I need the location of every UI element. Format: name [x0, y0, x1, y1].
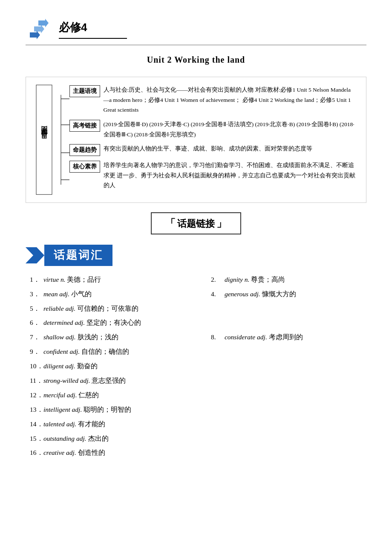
vocab-meaning-13: 有才能的: [78, 420, 105, 428]
vocab-item-3: 4. generous adj. 慷慨大方的: [211, 288, 366, 300]
vocab-num-8: 9．: [30, 346, 42, 358]
list-item: 6． determined adj. 坚定的；有决心的: [30, 317, 366, 329]
mm-content-2: 有突出贡献的人物的生平、事迹、成就、影响、成功的因素、面对荣誉的态度等: [104, 144, 356, 154]
vocab-word-7: considerate: [225, 333, 255, 341]
vocab-arrow-icon: [26, 247, 44, 263]
vocab-num-10: 11．: [30, 375, 42, 387]
mm-content-2-line0: 有突出贡献的人物的生平、事迹、成就、影响、成功的因素、面对荣誉的态度等: [104, 145, 312, 152]
mm-label-3: 核心素养: [69, 161, 100, 173]
vocab-meaning-6: 肤浅的；浅的: [78, 333, 118, 341]
vocab-pos-4: adj.: [65, 305, 75, 312]
vocab-num-4: 5．: [30, 303, 42, 315]
vocab-meaning-12: 聪明的；明智的: [84, 406, 131, 413]
vocab-meaning-3: 慷慨大方的: [262, 290, 296, 298]
vocab-item-1: 2. dignity n. 尊贵；高尚: [211, 274, 366, 286]
mm-label-2: 命题趋势: [69, 144, 100, 156]
vocab-meaning-4: 可信赖的；可依靠的: [77, 305, 138, 312]
vocab-meaning-5: 坚定的；有决心的: [86, 319, 141, 326]
vocab-pos-3: adj.: [250, 290, 260, 298]
mm-content-0: 人与社会:历史、社会与文化——对社会有突出贡献的人物 对应教材:必修1 Unit…: [104, 85, 356, 115]
vocab-num-13: 14．: [30, 418, 42, 430]
vocab-pos-13: adj.: [66, 420, 77, 428]
vocab-pos-5: adj.: [75, 319, 85, 326]
vocab-meaning-0: 美德；品行: [67, 276, 101, 283]
vocab-item-7: 8. considerate adj. 考虑周到的: [211, 331, 366, 343]
vocab-word-14: outstanding: [43, 435, 75, 442]
list-item: 15． outstanding adj. 杰出的: [30, 433, 366, 445]
vocab-item-0: 1． virtue n. 美德；品行: [30, 274, 185, 286]
list-item: 11． strong-willed adj. 意志坚强的: [30, 375, 366, 387]
list-item: 16． creative adj. 创造性的: [30, 447, 366, 459]
vocab-num-15: 16．: [30, 447, 42, 459]
mm-label-1: 高考链接: [69, 120, 100, 132]
mm-entry-0: 主题语境 人与社会:历史、社会与文化——对社会有突出贡献的人物 对应教材:必修1…: [69, 85, 356, 115]
vocab-word-2: mean: [43, 290, 58, 298]
mm-entry-1: 高考链接 (2019·全国卷Ⅲ·D) (2019·天津卷·C) (2019·全国…: [69, 119, 356, 139]
vocab-num-14: 15．: [30, 433, 42, 445]
svg-marker-1: [34, 25, 44, 33]
header-divider: [26, 45, 366, 45]
vocab-word-12: intelligent: [43, 406, 70, 413]
mm-content-3: 培养学生向著名人物学习的意识，学习他们勤奋学习、不怕困难、在成绩面前永不满足、不…: [104, 160, 356, 191]
vocab-num-9: 10．: [30, 360, 42, 372]
vocab-num-1: 2.: [211, 274, 223, 286]
vocab-num-3: 4.: [211, 288, 223, 300]
vocab-word-1: dignity: [225, 276, 243, 283]
vocab-word-9: diligent: [43, 362, 63, 370]
vocab-pos-8: adj.: [69, 348, 80, 355]
vocab-word-15: creative: [43, 449, 64, 456]
list-item: 5． reliable adj. 可信赖的；可依靠的: [30, 303, 366, 315]
vocab-word-5: determined: [43, 319, 73, 326]
mind-map-connector-svg: [52, 85, 69, 195]
list-item: 3． mean adj. 小气的 4. generous adj. 慷慨大方的: [30, 288, 366, 300]
vocab-word-6: shallow: [43, 333, 64, 341]
mm-content-1: (2019·全国卷Ⅲ·D) (2019·天津卷·C) (2019·全国卷Ⅱ·语法…: [104, 119, 356, 139]
vocab-pos-9: adj.: [65, 362, 75, 370]
vocab-meaning-15: 创造性的: [78, 449, 105, 456]
vocab-title-box: 话题词汇: [44, 245, 112, 266]
vocab-meaning-2: 小气的: [71, 290, 92, 298]
vocab-word-13: talented: [43, 420, 65, 428]
list-item: 10． diligent adj. 勤奋的: [30, 360, 366, 372]
topic-link-box: 「话题链接」: [151, 212, 241, 234]
vocab-pos-14: adj.: [76, 435, 86, 442]
vocab-pos-12: adj.: [72, 406, 82, 413]
list-item: 9． confident adj. 自信的；确信的: [30, 346, 366, 358]
mm-content-0-line0: 人与社会:历史、社会与文化——对社会有突出贡献的人物: [104, 87, 254, 93]
mm-label-0: 主题语境: [69, 85, 100, 97]
mind-map-container: 思维导图 主题语境 人与社会:历史、社会与文化——对社会有突出贡献的人物 对应教…: [26, 77, 366, 203]
vocab-list: 1． virtue n. 美德；品行 2. dignity n. 尊贵；高尚 3…: [26, 274, 366, 459]
svg-marker-0: [38, 19, 49, 27]
mm-content-1-line0: (2019·全国卷Ⅲ·D) (2019·天津卷·C) (2019·全国卷Ⅱ·语法…: [104, 121, 295, 127]
left-bracket-icon: 「: [165, 218, 176, 229]
vocab-num-2: 3．: [30, 288, 42, 300]
mm-content-3-line1: 进一步、勇于为社会和人民利益面献身的精神，并立志自己也要成为一个对社会有突出贡献…: [104, 172, 355, 189]
list-item: 1． virtue n. 美德；品行 2. dignity n. 尊贵；高尚: [30, 274, 366, 286]
vocab-pos-2: adj.: [59, 290, 69, 298]
vocab-meaning-14: 杰出的: [88, 435, 109, 442]
vocab-word-0: virtue: [43, 276, 59, 283]
vocab-header: 话题词汇: [26, 245, 366, 266]
vocab-meaning-8: 自信的；确信的: [81, 348, 129, 355]
vocab-meaning-10: 意志坚强的: [92, 377, 126, 384]
vocab-meaning-9: 勤奋的: [77, 362, 98, 370]
right-bracket-icon: 」: [216, 218, 227, 229]
mm-entry-3: 核心素养 培养学生向著名人物学习的意识，学习他们勤奋学习、不怕困难、在成绩面前永…: [69, 160, 356, 191]
vocab-pos-7: adj.: [257, 333, 267, 341]
vocab-num-5: 6．: [30, 317, 42, 329]
vocab-pos-0: n.: [61, 276, 66, 283]
logo-icon: [26, 17, 51, 40]
page-header: 必修4: [26, 17, 366, 40]
vocab-num-7: 8.: [211, 331, 223, 343]
vocab-item-2: 3． mean adj. 小气的: [30, 288, 185, 300]
svg-marker-2: [30, 31, 40, 39]
vocab-meaning-11: 仁慈的: [78, 391, 99, 399]
vocab-item-6: 7． shallow adj. 肤浅的；浅的: [30, 331, 185, 343]
vocab-num-12: 13．: [30, 404, 42, 416]
vocab-num-11: 12．: [30, 389, 42, 401]
list-item: 14． talented adj. 有才能的: [30, 418, 366, 430]
vocab-meaning-1: 尊贵；高尚: [251, 276, 285, 283]
vocab-pos-10: adj.: [80, 377, 90, 384]
mm-entry-2: 命题趋势 有突出贡献的人物的生平、事迹、成就、影响、成功的因素、面对荣誉的态度等: [69, 144, 356, 156]
vocab-pos-6: adj.: [66, 333, 76, 341]
